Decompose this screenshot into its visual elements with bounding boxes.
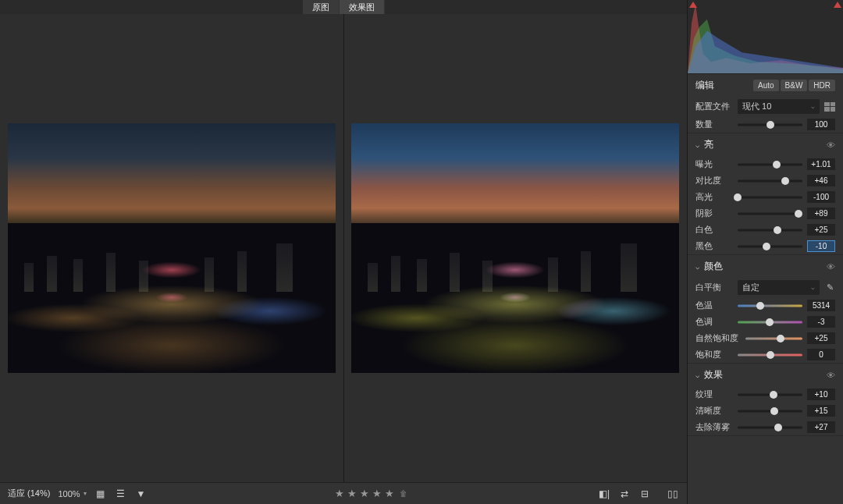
star-icon[interactable]: ★: [372, 488, 382, 499]
profile-label: 配置文件: [695, 101, 733, 112]
profile-grid-icon[interactable]: [824, 102, 835, 112]
star-icon[interactable]: ★: [385, 488, 394, 499]
dehaze-slider[interactable]: [738, 422, 802, 433]
hdr-button[interactable]: HDR: [809, 80, 835, 91]
profile-select[interactable]: 现代 10⌵: [738, 99, 820, 114]
amount-slider[interactable]: [738, 119, 802, 130]
eye-icon[interactable]: 👁: [827, 262, 835, 272]
shadow-clip-icon[interactable]: [689, 2, 697, 8]
blacks-slider[interactable]: [738, 241, 802, 252]
highlights-value[interactable]: -100: [807, 191, 835, 203]
eye-icon[interactable]: 👁: [827, 371, 835, 380]
edit-sidebar: 编辑 Auto B&W HDR 配置文件 现代 10⌵ 数量 100 ⌵ 亮 👁…: [687, 0, 843, 504]
texture-value[interactable]: +10: [807, 389, 835, 400]
wb-select[interactable]: 自定⌵: [738, 280, 820, 295]
compare-stack-icon[interactable]: ⊟: [638, 488, 651, 500]
wb-label: 白平衡: [695, 282, 733, 293]
single-view-icon[interactable]: ▯▯: [667, 488, 679, 500]
amount-value[interactable]: 100: [807, 119, 835, 130]
highlight-clip-icon[interactable]: [834, 2, 841, 8]
clarity-value[interactable]: +15: [807, 405, 835, 417]
chevron-down-icon: ⌵: [695, 263, 699, 271]
blacks-value[interactable]: -10: [807, 240, 835, 252]
grid-icon[interactable]: ▦: [94, 488, 107, 500]
rating-stars[interactable]: ★ ★ ★ ★ ★ 🗑: [335, 488, 410, 500]
photo-original: [8, 123, 336, 373]
exposure-slider[interactable]: [738, 159, 802, 170]
bottom-toolbar: 适应 (14%) 100%▾ ▦ ☰ ▼ ★ ★ ★ ★ ★ 🗑 ◧| ⇄ ⊟ …: [0, 482, 687, 504]
edit-title: 编辑: [695, 79, 749, 92]
whites-value[interactable]: +25: [807, 224, 835, 236]
shadows-value[interactable]: +89: [807, 208, 835, 219]
photo-effect: [351, 123, 679, 373]
filter-icon[interactable]: ▼: [135, 488, 148, 500]
trash-icon[interactable]: 🗑: [397, 488, 410, 500]
compare-tabs: 原图 效果图: [0, 0, 687, 14]
bw-button[interactable]: B&W: [781, 80, 808, 91]
contrast-value[interactable]: +46: [807, 175, 835, 186]
vibrance-slider[interactable]: [745, 333, 802, 344]
temp-slider[interactable]: [738, 300, 802, 311]
texture-slider[interactable]: [738, 389, 802, 400]
highlights-slider[interactable]: [738, 192, 802, 203]
star-icon[interactable]: ★: [347, 488, 357, 499]
exposure-value[interactable]: +1.01: [807, 158, 835, 170]
pane-effect[interactable]: [343, 14, 688, 482]
vibrance-value[interactable]: +25: [807, 332, 835, 344]
compare-split-icon[interactable]: ◧|: [598, 488, 610, 500]
histogram[interactable]: [688, 0, 843, 74]
dehaze-value[interactable]: +27: [807, 421, 835, 433]
auto-button[interactable]: Auto: [753, 80, 779, 91]
temp-value[interactable]: 5314: [807, 300, 835, 311]
tint-value[interactable]: -3: [807, 316, 835, 328]
star-icon[interactable]: ★: [335, 488, 344, 499]
saturation-value[interactable]: 0: [807, 349, 835, 360]
chevron-down-icon: ⌵: [811, 284, 815, 291]
amount-label: 数量: [695, 119, 733, 130]
eyedropper-icon[interactable]: ✎: [824, 282, 835, 293]
eye-icon[interactable]: 👁: [827, 140, 835, 150]
zoom-select[interactable]: 100%▾: [58, 489, 86, 499]
fit-label[interactable]: 适应 (14%): [8, 488, 50, 499]
shadows-slider[interactable]: [738, 208, 802, 219]
image-viewer: [0, 14, 687, 482]
tab-effect[interactable]: 效果图: [340, 0, 385, 14]
effects-header[interactable]: ⌵ 效果 👁: [688, 364, 843, 386]
contrast-slider[interactable]: [738, 176, 802, 186]
chevron-down-icon: ⌵: [695, 371, 699, 379]
chevron-down-icon: ▾: [84, 490, 87, 497]
saturation-slider[interactable]: [738, 350, 802, 360]
chevron-down-icon: ⌵: [811, 103, 815, 110]
tint-slider[interactable]: [738, 317, 802, 328]
whites-slider[interactable]: [738, 225, 802, 236]
tab-original[interactable]: 原图: [303, 0, 340, 14]
clarity-slider[interactable]: [738, 406, 802, 417]
swap-icon[interactable]: ⇄: [618, 488, 631, 500]
pane-original[interactable]: [0, 14, 343, 482]
light-header[interactable]: ⌵ 亮 👁: [688, 133, 843, 156]
star-icon[interactable]: ★: [360, 488, 369, 499]
color-header[interactable]: ⌵ 颜色 👁: [688, 255, 843, 278]
levels-icon[interactable]: ☰: [115, 488, 127, 500]
chevron-down-icon: ⌵: [695, 141, 699, 149]
